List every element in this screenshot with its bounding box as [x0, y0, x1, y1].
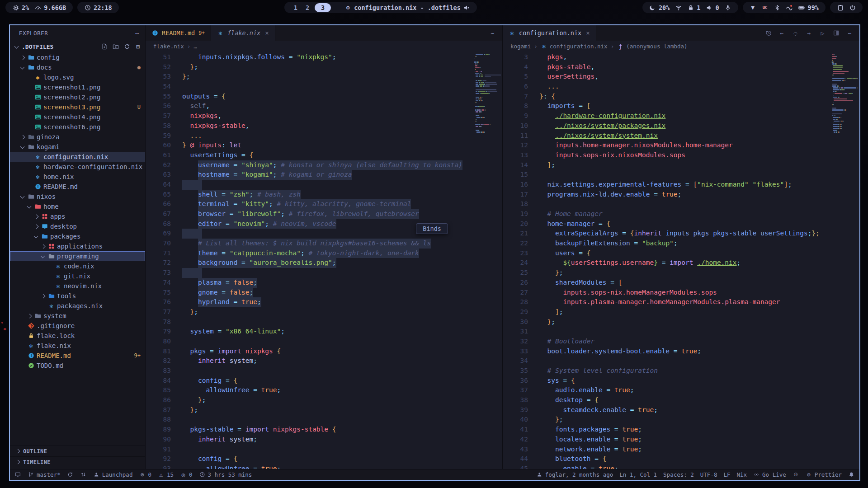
tree-item-docs[interactable]: docs●: [10, 62, 145, 72]
tree-item-screenshot3.png[interactable]: screenshot3.pngU: [10, 102, 145, 112]
breadcrumb-item[interactable]: flake.nix: [153, 43, 184, 50]
chevron-right-icon[interactable]: [40, 244, 46, 249]
lock-indicator[interactable]: 1: [687, 4, 700, 11]
tree-item-git.nix[interactable]: ✻git.nix: [10, 271, 145, 281]
tree-item-neovim.nix[interactable]: ✻neovim.nix: [10, 281, 145, 291]
minimap[interactable]: [472, 52, 502, 469]
breadcrumb-item[interactable]: kogami: [510, 43, 531, 50]
power-icon[interactable]: [849, 4, 856, 11]
tree-item-TODO.md[interactable]: TODO.md: [10, 361, 145, 371]
tree-item-desktop[interactable]: desktop: [10, 221, 145, 231]
history-action-icon[interactable]: [765, 30, 772, 37]
workspace-2[interactable]: 2: [303, 4, 312, 11]
new-file-button[interactable]: [101, 43, 108, 50]
tree-item-README.md[interactable]: README.md: [10, 182, 145, 192]
statusbar-notifications-bell[interactable]: [848, 471, 855, 478]
chevron-right-icon[interactable]: [26, 313, 32, 319]
bluetooth-icon[interactable]: [774, 4, 781, 11]
chevron-down-icon[interactable]: [19, 194, 25, 200]
workspace-1[interactable]: 1: [291, 4, 300, 11]
new-folder-button[interactable]: [112, 43, 119, 50]
tree-item-screenshot6.png[interactable]: screenshot6.png: [10, 122, 145, 132]
tree-item-screenshot1.png[interactable]: screenshot1.png: [10, 82, 145, 92]
tree-item-ginoza[interactable]: ginoza: [10, 132, 145, 142]
explorer-root-folder[interactable]: .DOTFILES ⊟: [10, 41, 145, 52]
close-icon[interactable]: ×: [265, 29, 269, 37]
tree-item-applications[interactable]: applications: [10, 241, 145, 251]
tree-item-system[interactable]: system: [10, 311, 145, 321]
runc-action-icon[interactable]: ▷: [819, 30, 826, 37]
sidebar-section-outline[interactable]: OUTLINE: [10, 446, 145, 456]
tray-device-icon[interactable]: [786, 4, 793, 11]
minimap[interactable]: [830, 52, 859, 469]
chevron-down-icon[interactable]: [19, 144, 25, 150]
dots-action-icon[interactable]: ⋯: [846, 30, 853, 37]
statusbar-problems-warnings[interactable]: ⚠15: [158, 471, 174, 478]
tree-item-kogami[interactable]: kogami: [10, 142, 145, 152]
statusbar-prettier[interactable]: ⊘Prettier: [806, 471, 842, 478]
tree-item-programming[interactable]: programming: [10, 251, 145, 261]
code-area[interactable]: 3 pkgs,4 pkgs-stable,5 userSettings,6 ..…: [503, 52, 830, 469]
tree-item-README.md[interactable]: README.md9+: [10, 351, 145, 361]
chevron-right-icon[interactable]: [40, 293, 46, 299]
chevron-down-icon[interactable]: [19, 65, 25, 70]
brightness-indicator[interactable]: 20%: [649, 4, 670, 11]
clipboard-icon[interactable]: [837, 4, 844, 11]
breadcrumb-item[interactable]: ƒ(anonymous lambda): [617, 43, 687, 50]
collapse-folders-button[interactable]: ⊟: [135, 43, 142, 50]
tree-item-code.nix[interactable]: ✻code.nix: [10, 261, 145, 271]
statusbar-remote-indicator[interactable]: [14, 471, 21, 478]
tree-item-config[interactable]: config: [10, 52, 145, 62]
tree-item-screenshot2.png[interactable]: screenshot2.png: [10, 92, 145, 102]
wifi-icon[interactable]: [675, 4, 682, 11]
tray-expand-icon[interactable]: ▼: [750, 4, 756, 11]
statusbar-time-tracker[interactable]: 3 hrs 53 mins: [199, 471, 252, 478]
statusbar-compare-changes[interactable]: [80, 471, 87, 478]
statusbar-cursor-position[interactable]: Ln 1, Col 1: [619, 471, 657, 478]
tree-item-packages.nix[interactable]: ✻packages.nix: [10, 301, 145, 311]
statusbar-encoding[interactable]: UTF-8: [700, 471, 717, 478]
tree-item-flake.nix[interactable]: ✻flake.nix: [10, 341, 145, 351]
tree-item-home[interactable]: home: [10, 202, 145, 211]
breadcrumb[interactable]: flake.nix›…: [146, 41, 502, 52]
dots-action-icon[interactable]: ⋯: [489, 30, 496, 37]
battery-indicator[interactable]: 99%: [798, 4, 819, 11]
close-icon[interactable]: ×: [586, 29, 590, 37]
statusbar-launchpad[interactable]: Launchpad: [93, 471, 133, 478]
split-action-icon[interactable]: [833, 30, 840, 37]
statusbar-indentation[interactable]: Spaces: 2: [663, 471, 694, 478]
tree-item-nixos[interactable]: nixos: [10, 192, 145, 202]
tree-item-home.nix[interactable]: ✻home.nix: [10, 172, 145, 182]
chevron-right-icon[interactable]: [19, 55, 25, 61]
statusbar-language-mode[interactable]: Nix: [737, 471, 747, 478]
explorer-more-actions-icon[interactable]: ⋯: [134, 30, 141, 37]
tree-item-hardware-configuration.nix[interactable]: ✻hardware-configuration.nix: [10, 162, 145, 172]
statusbar-git-branch[interactable]: master*: [28, 471, 61, 478]
tree-item-flake.lock[interactable]: flake.lock: [10, 331, 145, 341]
tree-item-tools[interactable]: tools: [10, 291, 145, 301]
workspace-3[interactable]: 3: [315, 3, 331, 12]
statusbar-ports-indicator[interactable]: ◎0: [180, 471, 193, 478]
tray-app-icon[interactable]: UC: [762, 4, 769, 11]
tree-item-screenshot4.png[interactable]: screenshot4.png: [10, 112, 145, 122]
chevron-down-icon[interactable]: [40, 253, 46, 259]
microphone-icon[interactable]: [725, 4, 731, 11]
refresh-explorer-button[interactable]: [123, 43, 130, 50]
tree-item-apps[interactable]: apps: [10, 211, 145, 221]
chevron-down-icon[interactable]: [33, 234, 39, 239]
statusbar-eol[interactable]: LF: [723, 471, 730, 478]
tree-item-configuration.nix[interactable]: ✻configuration.nix: [10, 152, 145, 162]
statusbar-feedback-smiley[interactable]: ☺: [793, 471, 799, 478]
fwdc-action-icon[interactable]: →: [806, 30, 812, 37]
statusbar-problems-errors[interactable]: ⊗0: [139, 471, 151, 478]
chevron-right-icon[interactable]: [19, 134, 25, 140]
tab-configuration.nix[interactable]: ✻configuration.nix×: [503, 25, 596, 41]
statusbar-go-live[interactable]: Go Live: [753, 471, 786, 478]
statusbar-sync-changes[interactable]: [67, 471, 74, 478]
tree-item-.gitignore[interactable]: .gitignore: [10, 321, 145, 331]
volume-indicator[interactable]: 0: [706, 4, 719, 11]
breadcrumb[interactable]: kogami›✻configuration.nix›ƒ(anonymous la…: [503, 41, 859, 52]
breadcrumb-item[interactable]: ✻configuration.nix: [541, 43, 608, 50]
sidebar-section-timeline[interactable]: TIMELINE: [10, 456, 145, 467]
chevron-down-icon[interactable]: [26, 204, 32, 210]
